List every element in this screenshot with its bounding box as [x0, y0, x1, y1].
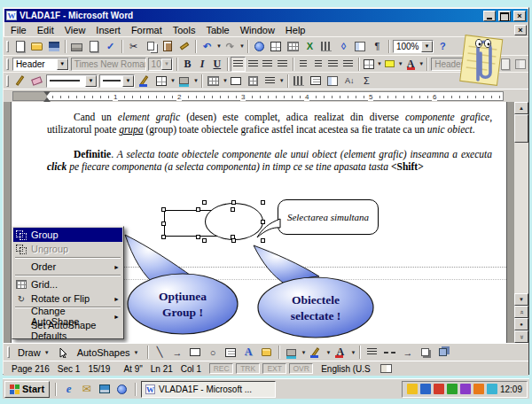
context-menu-item-order[interactable]: Order: [13, 260, 122, 274]
undo-icon[interactable]: ↶: [199, 39, 215, 54]
line-style-dropdown-icon[interactable]: [85, 75, 97, 87]
menu-help[interactable]: Help: [280, 24, 311, 36]
wordart-icon[interactable]: A: [240, 345, 257, 360]
align-left-button[interactable]: [231, 57, 246, 72]
tray-icon[interactable]: [407, 384, 418, 394]
bold-button[interactable]: B: [180, 57, 195, 72]
cell-align-dropdown-icon[interactable]: [279, 78, 285, 83]
menu-table[interactable]: Table: [200, 24, 234, 36]
toolbar-grip[interactable]: [7, 346, 10, 358]
open-icon[interactable]: [28, 39, 45, 54]
text-box-icon[interactable]: [223, 345, 239, 360]
font-size-combo[interactable]: 10: [148, 58, 174, 71]
toolbar-grip[interactable]: [6, 41, 9, 52]
minimize-button[interactable]: [483, 11, 496, 21]
context-menu-item-rotate-flip[interactable]: ↻Rotate or Flip: [13, 291, 122, 306]
insert-table-icon[interactable]: [285, 39, 301, 54]
print-preview-icon[interactable]: [85, 39, 102, 54]
shading-color-icon[interactable]: [176, 74, 192, 89]
menu-file[interactable]: File: [5, 24, 32, 36]
zoom-dropdown-icon[interactable]: [421, 41, 433, 52]
zoom-combo[interactable]: 100%: [393, 40, 434, 53]
menu-insert[interactable]: Insert: [90, 24, 126, 36]
insert-table-icon[interactable]: [205, 74, 222, 89]
taskbar-clock[interactable]: 12:09: [500, 385, 522, 394]
toolbar-grip[interactable]: [6, 58, 9, 70]
title-bar[interactable]: W VLADA1F - Microsoft Word ×: [4, 9, 528, 22]
line-style-combo[interactable]: [46, 74, 98, 88]
close-document-button[interactable]: ×: [514, 25, 527, 35]
show-paragraph-icon[interactable]: ¶: [369, 39, 386, 54]
split-cells-icon[interactable]: [245, 74, 262, 89]
save-icon[interactable]: [45, 39, 62, 54]
overtype-toggle[interactable]: OVR: [289, 363, 313, 374]
task-button-word[interactable]: W VLADA1F - Microsoft ...: [141, 381, 276, 398]
selection-handle[interactable]: [161, 207, 166, 212]
line-icon[interactable]: ╲: [152, 345, 168, 360]
border-color-icon[interactable]: [136, 74, 153, 89]
tables-borders-icon[interactable]: [268, 39, 285, 54]
indent-markers[interactable]: [43, 91, 51, 102]
font-combo[interactable]: Times New Roman: [71, 58, 146, 71]
context-menu-item-set-autoshape-defaults[interactable]: Set AutoShape Defaults: [13, 323, 122, 338]
quick-launch-channels-icon[interactable]: [114, 382, 129, 397]
merge-cells-icon[interactable]: [228, 74, 245, 89]
select-browse-object-icon[interactable]: ●: [514, 318, 528, 330]
format-painter-icon[interactable]: [176, 39, 192, 54]
arrow-icon[interactable]: →: [169, 345, 186, 360]
selection-handle[interactable]: [196, 207, 200, 212]
font-color-icon[interactable]: A: [403, 57, 419, 72]
sort-ascending-icon[interactable]: A↓: [341, 74, 358, 89]
arrow-style-icon[interactable]: →: [399, 345, 416, 360]
scrollbar-thumb[interactable]: [514, 114, 528, 143]
insert-excel-icon[interactable]: X: [301, 39, 318, 54]
context-menu-item-grid[interactable]: Grid...: [13, 277, 122, 291]
tray-icon[interactable]: [487, 384, 497, 394]
callout-selectarea[interactable]: Selectarea simultana: [278, 199, 379, 235]
previous-page-icon[interactable]: »: [514, 306, 528, 318]
selection-handle[interactable]: [231, 200, 236, 205]
spelling-status-icon[interactable]: [380, 364, 392, 373]
font-color-dropdown-icon[interactable]: [419, 61, 424, 66]
menu-tools[interactable]: Tools: [168, 24, 201, 36]
columns-icon[interactable]: [318, 39, 335, 54]
switch-header-footer-icon[interactable]: [512, 57, 528, 72]
line-color-dropdown-icon[interactable]: [325, 350, 331, 355]
autoshapes-menu-button[interactable]: AutoShapes: [73, 345, 144, 360]
clipart-icon[interactable]: [258, 345, 275, 360]
print-icon[interactable]: [68, 39, 85, 54]
language-panel[interactable]: English (U.S: [316, 363, 376, 375]
menu-edit[interactable]: Edit: [32, 24, 59, 36]
quick-launch-ie-icon[interactable]: e: [61, 382, 76, 397]
menu-view[interactable]: View: [59, 24, 91, 36]
record-macro-toggle[interactable]: REC: [209, 363, 233, 374]
cut-icon[interactable]: ✂: [125, 39, 142, 54]
insert-hyperlink-icon[interactable]: [251, 39, 268, 54]
selection-handle[interactable]: [231, 207, 235, 212]
spelling-icon[interactable]: ✓: [102, 39, 119, 54]
redo-dropdown-icon[interactable]: [239, 43, 245, 49]
document-map-icon[interactable]: [352, 39, 369, 54]
quick-launch-desktop-icon[interactable]: [97, 382, 112, 397]
draw-menu-button[interactable]: Draw: [13, 345, 54, 360]
redo-icon[interactable]: ↷: [222, 39, 239, 54]
selection-handle[interactable]: [202, 238, 207, 243]
start-button[interactable]: Start: [4, 381, 50, 398]
italic-button[interactable]: I: [195, 57, 210, 72]
line-weight-combo[interactable]: [99, 74, 135, 88]
tray-icon[interactable]: [460, 384, 471, 394]
drawing-icon[interactable]: ◊: [335, 39, 352, 54]
selection-handle[interactable]: [161, 221, 166, 226]
style-dropdown-icon[interactable]: [57, 58, 68, 70]
highlight-icon[interactable]: [382, 57, 397, 72]
extend-selection-toggle[interactable]: EXT: [262, 363, 286, 374]
tray-icon[interactable]: [420, 384, 431, 394]
scroll-up-icon[interactable]: ▲: [514, 102, 528, 114]
oval-icon[interactable]: ○: [205, 345, 222, 360]
selection-handle[interactable]: [161, 235, 166, 239]
close-button[interactable]: ×: [513, 11, 526, 21]
tray-icon[interactable]: [434, 384, 444, 394]
selection-handle[interactable]: [261, 200, 265, 205]
selection-handle[interactable]: [196, 235, 200, 239]
tray-icon[interactable]: [473, 384, 484, 394]
